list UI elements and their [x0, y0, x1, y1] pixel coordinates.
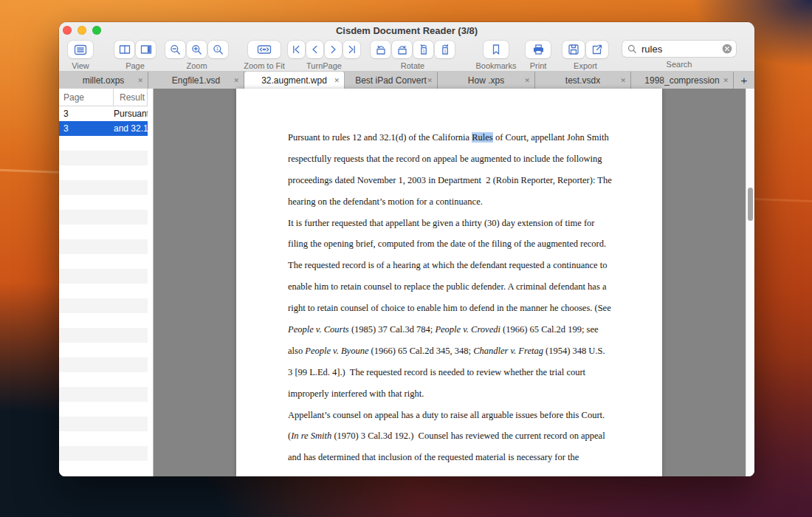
clear-search-icon[interactable]	[722, 44, 732, 54]
empty-row	[59, 343, 148, 357]
fit-width-icon	[257, 44, 272, 55]
tab-label: How .xps	[468, 75, 504, 86]
document-line: Appellant’s counsel on appeal has a duty…	[288, 405, 662, 426]
group-label-turnpage: TurnPage	[306, 61, 342, 70]
toolbar-group-print: Print	[520, 41, 557, 70]
document-tab[interactable]: Engfile1.vsd✕	[148, 72, 244, 89]
rotate-page-right-button[interactable]: 1	[435, 41, 455, 58]
group-label-search: Search	[667, 60, 692, 69]
last-page-button[interactable]	[343, 41, 360, 58]
zoom-out-button[interactable]	[165, 41, 185, 58]
tab-label: Best iPad Convert	[355, 75, 427, 86]
bookmarks-button[interactable]	[484, 41, 509, 58]
document-line: improperly interfered with that right.	[288, 383, 662, 405]
document-text: Pursuant to rules 12 and 32.1(d) of the …	[236, 89, 662, 468]
tab-close-icon[interactable]: ✕	[233, 77, 239, 83]
group-label-rotate: Rotate	[401, 61, 424, 70]
zoom-to-fit-button[interactable]	[248, 41, 281, 58]
two-page-icon	[119, 44, 131, 55]
svg-text:1: 1	[444, 49, 446, 53]
tab-label: 32.augment.wpd	[261, 75, 327, 86]
export-button[interactable]	[586, 41, 608, 58]
single-page-view-button[interactable]	[136, 41, 156, 58]
app-window: Cisdem Document Reader (3/8) View	[59, 22, 754, 476]
group-label-zoom: Zoom	[186, 61, 207, 70]
group-label-view: View	[72, 61, 89, 70]
document-tab[interactable]: Best iPad Convert✕	[345, 72, 438, 89]
print-button[interactable]	[526, 41, 551, 58]
zoom-in-button[interactable]	[187, 41, 207, 58]
rotate-page-right-icon: 1	[439, 44, 451, 55]
tab-label: millet.oxps	[83, 75, 125, 86]
rotate-page-left-button[interactable]: 1	[413, 41, 433, 58]
document-line: People v. Courts (1985) 37 Cal.3d 784; P…	[288, 319, 662, 340]
toolbar-group-search: Search	[622, 41, 736, 69]
results-table-header: Page Result	[59, 89, 148, 106]
next-page-button[interactable]	[325, 41, 342, 58]
vertical-scrollbar[interactable]	[746, 89, 754, 476]
document-tab[interactable]: 1998_compression✕	[631, 72, 734, 89]
first-page-button[interactable]	[288, 41, 305, 58]
empty-row	[59, 165, 148, 180]
empty-row	[59, 357, 148, 372]
empty-row	[59, 284, 148, 298]
document-tab[interactable]: millet.oxps✕	[59, 72, 148, 89]
document-tab[interactable]: test.vsdx✕	[535, 72, 631, 89]
empty-row	[59, 313, 148, 328]
single-page-icon	[140, 44, 152, 55]
empty-row	[59, 328, 148, 343]
zoom-out-icon	[170, 44, 181, 55]
search-result-row[interactable]: 3and 32.1…	[59, 121, 148, 136]
empty-row	[59, 254, 148, 269]
toolbar-group-rotate: 1 1 Rotate	[369, 41, 456, 70]
toolbar-group-view: View	[63, 41, 97, 70]
tab-close-icon[interactable]: ✕	[620, 77, 626, 83]
search-input[interactable]	[640, 43, 723, 55]
svg-text:1: 1	[422, 49, 424, 53]
empty-row	[59, 136, 148, 151]
document-line: right to retain counsel of choice to ena…	[288, 298, 662, 319]
empty-row	[59, 387, 148, 402]
rotate-right-button[interactable]	[392, 41, 412, 58]
column-header-result[interactable]: Result	[114, 89, 147, 106]
tab-close-icon[interactable]: ✕	[723, 77, 729, 83]
new-tab-button[interactable]: +	[734, 72, 754, 89]
document-tab[interactable]: How .xps✕	[438, 72, 535, 89]
search-result-row[interactable]: 3Pursuant…	[59, 106, 148, 121]
document-line: It is further requested that appellant b…	[288, 213, 662, 234]
toolbar-group-zoom: 1 Zoom	[165, 41, 228, 70]
empty-row	[59, 402, 148, 417]
document-line: (In re Smith (1970) 3 Cal.3d 192.) Couns…	[288, 425, 662, 447]
search-hit-highlight: Rules	[472, 132, 492, 143]
view-button[interactable]	[68, 41, 93, 58]
rotate-left-icon	[375, 44, 387, 55]
printer-icon	[532, 44, 545, 55]
zoom-in-icon	[191, 44, 202, 55]
tab-close-icon[interactable]: ✕	[427, 77, 433, 83]
two-page-view-button[interactable]	[114, 41, 134, 58]
share-export-icon	[591, 44, 603, 55]
document-line: and has determined that inclusion of the…	[288, 447, 662, 468]
content-area: Page Result 3Pursuant…3and 32.1… Pursuan…	[59, 89, 754, 476]
desktop: Cisdem Document Reader (3/8) View	[0, 0, 812, 517]
tab-close-icon[interactable]: ✕	[524, 77, 530, 83]
document-tab[interactable]: 32.augment.wpd✕	[244, 72, 345, 89]
tab-label: Engfile1.vsd	[172, 75, 220, 86]
vertical-scrollbar-thumb[interactable]	[748, 188, 753, 221]
zoom-actual-size-button[interactable]: 1	[208, 41, 228, 58]
save-button[interactable]	[562, 41, 585, 58]
column-header-page[interactable]: Page	[59, 89, 114, 106]
search-results-sidebar: Page Result 3Pursuant…3and 32.1…	[59, 89, 154, 476]
document-line: proceedings dated November 1, 2003 in De…	[288, 170, 662, 191]
tab-close-icon[interactable]: ✕	[137, 77, 143, 83]
first-page-icon	[292, 44, 301, 55]
rotate-left-button[interactable]	[371, 41, 390, 58]
document-tab-bar: millet.oxps✕Engfile1.vsd✕32.augment.wpd✕…	[59, 72, 754, 89]
empty-row	[59, 298, 148, 313]
search-field[interactable]	[622, 41, 736, 57]
tab-close-icon[interactable]: ✕	[334, 77, 340, 83]
previous-page-button[interactable]	[306, 41, 323, 58]
window-title: Cisdem Document Reader (3/8)	[59, 25, 754, 36]
empty-row	[59, 151, 148, 165]
svg-text:1: 1	[216, 47, 219, 51]
